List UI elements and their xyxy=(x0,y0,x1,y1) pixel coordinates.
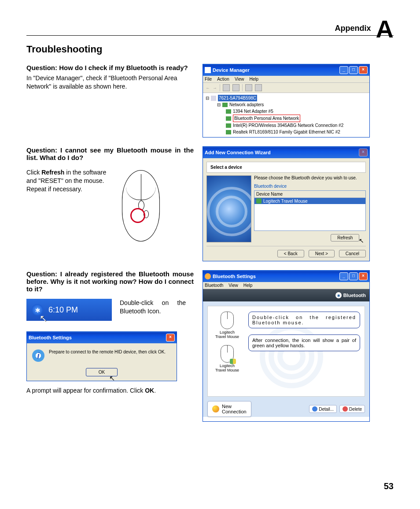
mouse-icon xyxy=(221,345,234,363)
cursor-icon: ↖ xyxy=(359,237,364,244)
q3-question: Question: I already registered the Bluet… xyxy=(26,270,194,293)
q2-answer: Click Refresh in the software and "RESET… xyxy=(26,168,114,243)
q1-question: Question: How do I check if my Bluetooth… xyxy=(26,64,194,71)
menu-help[interactable]: Help xyxy=(249,77,258,82)
dialog-message: Prepare to connect to the remote HID dev… xyxy=(49,349,166,354)
maximize-button[interactable]: □ xyxy=(349,272,358,280)
adapter-icon xyxy=(226,116,231,121)
bluetooth-settings-window: Bluetooth Settings _ □ × Bluetooth View … xyxy=(203,270,370,422)
toolbar-icon[interactable] xyxy=(232,84,239,91)
reset-button-highlight xyxy=(130,208,145,223)
cursor-icon: ↖ xyxy=(109,374,115,383)
q2-question: Question: I cannot see my Bluetooth mous… xyxy=(26,146,194,161)
tree-group[interactable]: ⊟ Network adapters xyxy=(205,101,368,108)
toolbar-icon[interactable] xyxy=(245,84,252,91)
toolbar-icon[interactable] xyxy=(223,84,230,91)
info-small-icon xyxy=(312,406,317,412)
highlighted-adapter: Bluetooth Personal Area Network xyxy=(233,115,300,122)
tree-item[interactable]: 1394 Net Adapter #5 xyxy=(205,108,368,115)
menu-action[interactable]: Action xyxy=(217,77,229,82)
callout-note-2: After connection, the icon will show a p… xyxy=(248,334,360,351)
tree-root-label: 7621-5A794B598C xyxy=(218,95,257,101)
detail-button[interactable]: Detail... xyxy=(309,405,337,413)
tree-item-highlighted[interactable]: Bluetooth Personal Area Network xyxy=(205,115,368,122)
bluetooth-glyph-icon: ∗ xyxy=(335,292,342,298)
tray-clock: 6:10 PM xyxy=(48,305,78,315)
new-connection-button[interactable]: New Connection xyxy=(207,401,251,417)
wizard-instruction: Please choose the Bluetooth device you w… xyxy=(254,175,366,180)
toolbar-icon[interactable] xyxy=(255,84,262,91)
tree-group-label: Network adapters xyxy=(229,101,264,108)
menu-view[interactable]: View xyxy=(235,77,244,82)
close-button[interactable]: × xyxy=(359,149,368,156)
tree-root[interactable]: ⊟ 7621-5A794B598C xyxy=(205,95,368,101)
close-button[interactable]: × xyxy=(359,66,368,74)
wizard-group-label: Bluetooth device xyxy=(254,184,366,189)
bts-brand-banner: ∗ Bluetooth xyxy=(203,289,369,301)
bluetooth-settings-dialog: Bluetooth Settings × i Prepare to connec… xyxy=(26,331,177,381)
q3-step1: Double-click on the Bluetooth Icon. xyxy=(120,299,186,316)
dm-title: Device Manager xyxy=(213,67,250,73)
menu-bluetooth[interactable]: Bluetooth xyxy=(205,283,223,288)
appendix-header: Appendix A xyxy=(335,15,394,43)
refresh-button[interactable]: Refresh xyxy=(331,234,359,241)
tree-item[interactable]: Realtek RTL8169/8110 Family Gigabit Ethe… xyxy=(205,129,368,135)
page-number: 53 xyxy=(384,481,394,491)
registered-device-connected[interactable]: Logitech Travel Mouse xyxy=(212,345,242,372)
adapter-icon xyxy=(226,130,231,134)
dm-titlebar: Device Manager _ □ × xyxy=(203,64,369,76)
menu-view[interactable]: View xyxy=(228,283,238,288)
wizard-title: Add New Connection Wizard xyxy=(205,150,271,155)
dm-window-icon xyxy=(205,67,211,73)
menu-help[interactable]: Help xyxy=(243,283,253,288)
callout-note-1: Double-click on the registered Bluetooth… xyxy=(248,312,360,328)
wizard-subtitle: Select a device xyxy=(206,162,366,173)
q3-caption: A prompt will appear for confirmation. C… xyxy=(26,386,194,395)
new-connection-icon xyxy=(212,405,219,412)
close-button[interactable]: × xyxy=(359,272,368,280)
menu-file[interactable]: File xyxy=(205,77,212,82)
close-button[interactable]: × xyxy=(166,334,175,342)
dm-menubar: File Action View Help xyxy=(203,76,369,83)
device-list[interactable]: Device Name Logitech Travel Mouse xyxy=(254,190,366,231)
bts-title: Bluetooth Settings xyxy=(213,274,256,279)
delete-small-icon xyxy=(343,406,348,412)
back-button[interactable]: < Back xyxy=(277,250,304,257)
adapter-icon xyxy=(226,109,231,114)
q1-answer: In "Device Manager", check if "Bluetooth… xyxy=(26,74,194,91)
cancel-button[interactable]: Cancel xyxy=(339,250,366,257)
dm-toolbar: ← → xyxy=(203,83,369,93)
appendix-word: Appendix xyxy=(335,24,371,33)
section-title: Troubleshooting xyxy=(26,44,394,55)
cursor-icon: ↖ xyxy=(40,313,47,323)
hands-badge-icon xyxy=(230,359,236,364)
delete-button[interactable]: Delete xyxy=(339,405,365,413)
minimize-button[interactable]: _ xyxy=(339,272,348,280)
device-list-header: Device Name xyxy=(254,191,365,198)
device-manager-window: Device Manager _ □ × File Action View He… xyxy=(203,64,370,137)
info-icon: i xyxy=(32,349,44,362)
mouse-diagram xyxy=(121,168,160,243)
system-tray[interactable]: ∗ 6:10 PM ↖ xyxy=(26,299,112,321)
maximize-button[interactable]: □ xyxy=(349,66,358,74)
dialog-title: Bluetooth Settings xyxy=(29,335,72,340)
device-row-selected[interactable]: Logitech Travel Mouse xyxy=(254,198,365,204)
minimize-button[interactable]: _ xyxy=(339,66,348,74)
tree-item[interactable]: Intel(R) PRO/Wireless 3945ABG Network Co… xyxy=(205,122,368,129)
next-button[interactable]: Next > xyxy=(309,250,335,257)
wizard-side-image xyxy=(206,175,251,242)
mouse-device-icon xyxy=(256,198,262,204)
connection-wizard-window: Add New Connection Wizard × Select a dev… xyxy=(203,146,370,261)
adapter-group-icon xyxy=(222,103,228,107)
adapter-icon xyxy=(226,123,231,128)
appendix-letter: A xyxy=(376,15,394,43)
mouse-icon xyxy=(221,312,234,329)
registered-device[interactable]: Logitech Travel Mouse xyxy=(212,312,242,339)
bts-window-icon xyxy=(205,273,211,279)
